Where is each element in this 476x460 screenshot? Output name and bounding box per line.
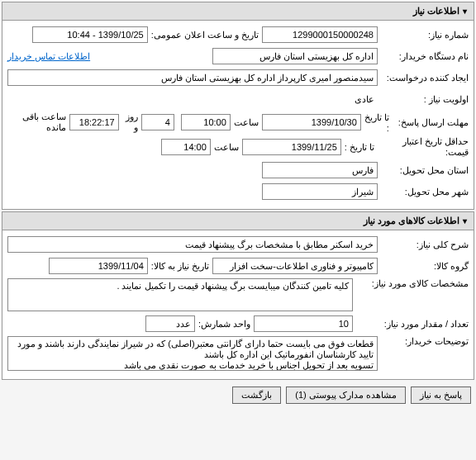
need-number-label: شماره نیاز: [378,30,469,40]
goods-info-section: ▾ اطلاعات کالاهای مورد نیاز شرح کلی نیاز… [2,211,474,380]
province-label: استان محل تحویل: [378,165,469,176]
general-desc-label: شرح کلی نیاز: [378,239,469,250]
buyer-org-label: نام دستگاه خریدار: [378,51,469,62]
need-date-label: تاریخ نیاز به کالا: [151,261,209,272]
public-datetime-field[interactable] [32,26,148,43]
need-info-header[interactable]: ▾ اطلاعات نیاز [2,2,474,21]
section2-title: اطلاعات کالاهای مورد نیاز [364,216,459,226]
min-validity-date-field[interactable] [242,139,341,155]
goods-spec-label: مشخصات کالای مورد نیاز: [353,278,469,289]
need-date-field[interactable] [49,258,148,274]
goods-group-field[interactable] [212,258,378,274]
unit-label: واحد شمارش: [198,319,250,330]
days-label: روز و [122,111,138,133]
priority-value: عادی [351,92,378,107]
need-number-field[interactable] [262,26,378,43]
buyer-contact-link[interactable]: اطلاعات تماس خریدار [7,51,90,62]
section1-title: اطلاعات نیاز [413,6,459,17]
action-buttons: پاسخ به نیاز مشاهده مدارک پیوستی (1) باز… [0,382,476,409]
min-validity-label: حداقل تاریخ اعتبار قیمت: [378,136,469,158]
unit-field[interactable] [145,315,195,332]
time-label1: ساعت [234,117,259,128]
respond-button[interactable]: پاسخ به نیاز [411,386,471,404]
goods-info-header[interactable]: ▾ اطلاعات کالاهای مورد نیاز [2,212,474,230]
deadline-label: مهلت ارسال پاسخ: [393,117,469,128]
time-label2: ساعت [214,142,239,153]
collapse-icon: ▾ [463,7,467,16]
min-validity-time-field[interactable] [161,139,211,155]
province-field[interactable] [262,162,378,178]
remaining-label: ساعت باقی مانده [11,111,66,133]
priority-label: اولویت نیاز : [378,94,469,105]
back-button[interactable]: بازگشت [232,386,281,404]
hours-left-field[interactable] [69,114,119,130]
buyer-notes-field[interactable] [7,336,378,371]
goods-group-label: گروه کالا: [378,261,469,272]
quantity-label: تعداد / مقدار مورد نیاز: [353,319,469,330]
goods-spec-field[interactable] [7,278,353,311]
need-info-section: ▾ اطلاعات نیاز شماره نیاز: تاریخ و ساعت … [2,2,474,210]
buyer-org-field[interactable] [212,48,378,64]
city-field[interactable] [262,183,378,200]
public-datetime-label: تاریخ و ساعت اعلان عمومی: [151,30,259,40]
deadline-time-field[interactable] [181,114,231,130]
creator-label: ایجاد کننده درخواست: [378,73,469,83]
city-label: شهر محل تحویل: [378,187,469,197]
days-left-field[interactable] [141,114,174,130]
creator-field[interactable] [7,69,378,86]
general-desc-field[interactable] [7,236,378,253]
attachments-button[interactable]: مشاهده مدارک پیوستی (1) [286,386,406,404]
deadline-date-field[interactable] [262,114,361,130]
min-validity-to-label: تا تاریخ : [345,142,374,153]
deadline-to-label: تا تاریخ : [364,112,389,133]
buyer-notes-label: توضیحات خریدار: [378,336,469,347]
quantity-field[interactable] [254,315,353,332]
collapse-icon: ▾ [463,216,467,225]
